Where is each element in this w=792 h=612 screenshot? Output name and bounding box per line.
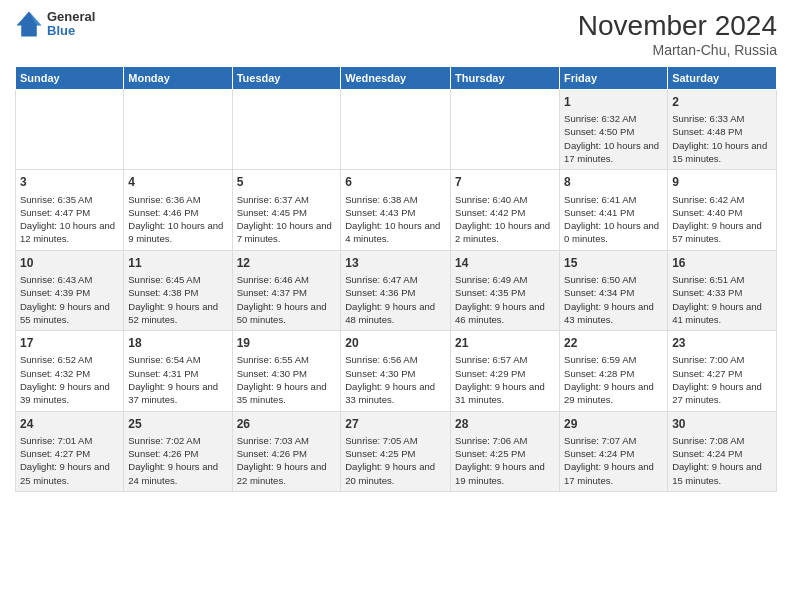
day-number: 23: [672, 335, 772, 351]
day-info: Sunrise: 7:03 AM Sunset: 4:26 PM Dayligh…: [237, 434, 337, 487]
page: General Blue November 2024 Martan-Chu, R…: [0, 0, 792, 612]
calendar-cell: 26Sunrise: 7:03 AM Sunset: 4:26 PM Dayli…: [232, 411, 341, 491]
day-number: 21: [455, 335, 555, 351]
day-info: Sunrise: 7:02 AM Sunset: 4:26 PM Dayligh…: [128, 434, 227, 487]
day-number: 2: [672, 94, 772, 110]
weekday-row: SundayMondayTuesdayWednesdayThursdayFrid…: [16, 67, 777, 90]
day-info: Sunrise: 7:00 AM Sunset: 4:27 PM Dayligh…: [672, 353, 772, 406]
day-number: 20: [345, 335, 446, 351]
day-number: 28: [455, 416, 555, 432]
day-number: 6: [345, 174, 446, 190]
day-info: Sunrise: 6:35 AM Sunset: 4:47 PM Dayligh…: [20, 193, 119, 246]
calendar-cell: [451, 90, 560, 170]
calendar-cell: 16Sunrise: 6:51 AM Sunset: 4:33 PM Dayli…: [668, 250, 777, 330]
weekday-header: Monday: [124, 67, 232, 90]
calendar-cell: [341, 90, 451, 170]
day-info: Sunrise: 6:59 AM Sunset: 4:28 PM Dayligh…: [564, 353, 663, 406]
calendar: SundayMondayTuesdayWednesdayThursdayFrid…: [15, 66, 777, 492]
day-info: Sunrise: 7:01 AM Sunset: 4:27 PM Dayligh…: [20, 434, 119, 487]
calendar-week-row: 3Sunrise: 6:35 AM Sunset: 4:47 PM Daylig…: [16, 170, 777, 250]
day-info: Sunrise: 7:05 AM Sunset: 4:25 PM Dayligh…: [345, 434, 446, 487]
weekday-header: Friday: [560, 67, 668, 90]
calendar-cell: 15Sunrise: 6:50 AM Sunset: 4:34 PM Dayli…: [560, 250, 668, 330]
day-number: 17: [20, 335, 119, 351]
calendar-cell: 3Sunrise: 6:35 AM Sunset: 4:47 PM Daylig…: [16, 170, 124, 250]
day-number: 5: [237, 174, 337, 190]
calendar-cell: 21Sunrise: 6:57 AM Sunset: 4:29 PM Dayli…: [451, 331, 560, 411]
weekday-header: Sunday: [16, 67, 124, 90]
day-number: 29: [564, 416, 663, 432]
calendar-cell: 17Sunrise: 6:52 AM Sunset: 4:32 PM Dayli…: [16, 331, 124, 411]
calendar-cell: 4Sunrise: 6:36 AM Sunset: 4:46 PM Daylig…: [124, 170, 232, 250]
weekday-header: Tuesday: [232, 67, 341, 90]
calendar-cell: 11Sunrise: 6:45 AM Sunset: 4:38 PM Dayli…: [124, 250, 232, 330]
day-number: 1: [564, 94, 663, 110]
calendar-cell: 12Sunrise: 6:46 AM Sunset: 4:37 PM Dayli…: [232, 250, 341, 330]
day-info: Sunrise: 6:33 AM Sunset: 4:48 PM Dayligh…: [672, 112, 772, 165]
calendar-cell: [124, 90, 232, 170]
calendar-cell: 23Sunrise: 7:00 AM Sunset: 4:27 PM Dayli…: [668, 331, 777, 411]
day-info: Sunrise: 6:36 AM Sunset: 4:46 PM Dayligh…: [128, 193, 227, 246]
calendar-cell: 29Sunrise: 7:07 AM Sunset: 4:24 PM Dayli…: [560, 411, 668, 491]
day-number: 25: [128, 416, 227, 432]
calendar-cell: 6Sunrise: 6:38 AM Sunset: 4:43 PM Daylig…: [341, 170, 451, 250]
day-info: Sunrise: 6:56 AM Sunset: 4:30 PM Dayligh…: [345, 353, 446, 406]
calendar-cell: 1Sunrise: 6:32 AM Sunset: 4:50 PM Daylig…: [560, 90, 668, 170]
day-number: 10: [20, 255, 119, 271]
day-info: Sunrise: 6:38 AM Sunset: 4:43 PM Dayligh…: [345, 193, 446, 246]
calendar-week-row: 17Sunrise: 6:52 AM Sunset: 4:32 PM Dayli…: [16, 331, 777, 411]
day-info: Sunrise: 6:41 AM Sunset: 4:41 PM Dayligh…: [564, 193, 663, 246]
calendar-cell: 9Sunrise: 6:42 AM Sunset: 4:40 PM Daylig…: [668, 170, 777, 250]
calendar-cell: 2Sunrise: 6:33 AM Sunset: 4:48 PM Daylig…: [668, 90, 777, 170]
title-block: November 2024 Martan-Chu, Russia: [578, 10, 777, 58]
day-number: 11: [128, 255, 227, 271]
day-info: Sunrise: 6:55 AM Sunset: 4:30 PM Dayligh…: [237, 353, 337, 406]
day-number: 26: [237, 416, 337, 432]
calendar-cell: [16, 90, 124, 170]
day-info: Sunrise: 7:08 AM Sunset: 4:24 PM Dayligh…: [672, 434, 772, 487]
day-number: 8: [564, 174, 663, 190]
day-number: 18: [128, 335, 227, 351]
day-number: 9: [672, 174, 772, 190]
calendar-cell: 13Sunrise: 6:47 AM Sunset: 4:36 PM Dayli…: [341, 250, 451, 330]
day-info: Sunrise: 6:40 AM Sunset: 4:42 PM Dayligh…: [455, 193, 555, 246]
day-number: 19: [237, 335, 337, 351]
calendar-cell: 28Sunrise: 7:06 AM Sunset: 4:25 PM Dayli…: [451, 411, 560, 491]
calendar-cell: 20Sunrise: 6:56 AM Sunset: 4:30 PM Dayli…: [341, 331, 451, 411]
main-title: November 2024: [578, 10, 777, 42]
logo-icon: [15, 10, 43, 38]
day-info: Sunrise: 7:06 AM Sunset: 4:25 PM Dayligh…: [455, 434, 555, 487]
day-info: Sunrise: 6:37 AM Sunset: 4:45 PM Dayligh…: [237, 193, 337, 246]
calendar-cell: 25Sunrise: 7:02 AM Sunset: 4:26 PM Dayli…: [124, 411, 232, 491]
logo-text: General Blue: [47, 10, 95, 39]
day-info: Sunrise: 6:43 AM Sunset: 4:39 PM Dayligh…: [20, 273, 119, 326]
day-info: Sunrise: 7:07 AM Sunset: 4:24 PM Dayligh…: [564, 434, 663, 487]
calendar-week-row: 10Sunrise: 6:43 AM Sunset: 4:39 PM Dayli…: [16, 250, 777, 330]
weekday-header: Thursday: [451, 67, 560, 90]
day-number: 3: [20, 174, 119, 190]
calendar-cell: 8Sunrise: 6:41 AM Sunset: 4:41 PM Daylig…: [560, 170, 668, 250]
day-number: 22: [564, 335, 663, 351]
day-number: 27: [345, 416, 446, 432]
calendar-cell: 30Sunrise: 7:08 AM Sunset: 4:24 PM Dayli…: [668, 411, 777, 491]
day-number: 14: [455, 255, 555, 271]
day-number: 16: [672, 255, 772, 271]
calendar-header: SundayMondayTuesdayWednesdayThursdayFrid…: [16, 67, 777, 90]
day-number: 4: [128, 174, 227, 190]
day-info: Sunrise: 6:47 AM Sunset: 4:36 PM Dayligh…: [345, 273, 446, 326]
sub-title: Martan-Chu, Russia: [578, 42, 777, 58]
day-info: Sunrise: 6:32 AM Sunset: 4:50 PM Dayligh…: [564, 112, 663, 165]
day-info: Sunrise: 6:51 AM Sunset: 4:33 PM Dayligh…: [672, 273, 772, 326]
day-number: 7: [455, 174, 555, 190]
calendar-cell: 24Sunrise: 7:01 AM Sunset: 4:27 PM Dayli…: [16, 411, 124, 491]
header: General Blue November 2024 Martan-Chu, R…: [15, 10, 777, 58]
day-number: 30: [672, 416, 772, 432]
day-number: 24: [20, 416, 119, 432]
day-number: 13: [345, 255, 446, 271]
day-info: Sunrise: 6:49 AM Sunset: 4:35 PM Dayligh…: [455, 273, 555, 326]
day-info: Sunrise: 6:50 AM Sunset: 4:34 PM Dayligh…: [564, 273, 663, 326]
logo-general: General: [47, 10, 95, 24]
calendar-cell: 10Sunrise: 6:43 AM Sunset: 4:39 PM Dayli…: [16, 250, 124, 330]
calendar-week-row: 24Sunrise: 7:01 AM Sunset: 4:27 PM Dayli…: [16, 411, 777, 491]
calendar-cell: 22Sunrise: 6:59 AM Sunset: 4:28 PM Dayli…: [560, 331, 668, 411]
